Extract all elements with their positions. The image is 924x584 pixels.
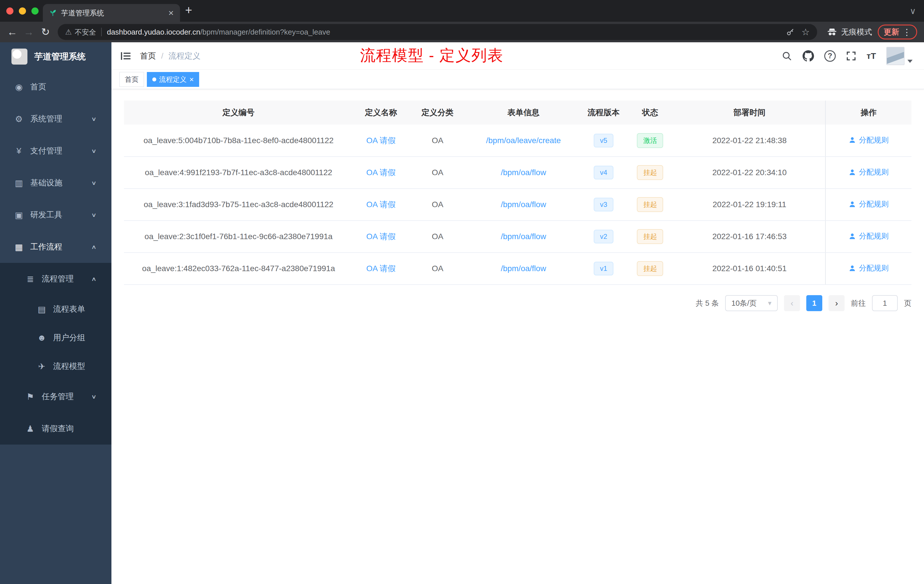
incognito-badge: 无痕模式 xyxy=(827,27,872,37)
back-button[interactable]: ← xyxy=(4,26,21,38)
window-close-button[interactable] xyxy=(6,7,13,15)
assign-rule-label: 分配规则 xyxy=(859,167,889,177)
column-header: 定义名称 xyxy=(353,101,409,125)
sidebar-item-devtools[interactable]: ▣ 研发工具 ∨ xyxy=(0,199,111,231)
definition-category: OA xyxy=(409,157,466,188)
sidebar: 芋道管理系统 ◉ 首页 ⚙ 系统管理 ∨ ¥ 支付管理 ∨ ▥ 基础设施 ∨ xyxy=(0,42,111,584)
search-icon[interactable] xyxy=(781,51,792,61)
chevron-down-icon: ∨ xyxy=(91,211,97,218)
browser-tab[interactable]: 芋道管理系统 × xyxy=(43,4,180,22)
sidebar-item-infrastructure[interactable]: ▥ 基础设施 ∨ xyxy=(0,167,111,199)
definition-name-link[interactable]: OA 请假 xyxy=(366,232,396,241)
assign-rule-link[interactable]: 分配规则 xyxy=(848,263,889,273)
page-number-button[interactable]: 1 xyxy=(806,295,822,311)
definition-id: oa_leave:2:3c1f0ef1-76b1-11ec-9c66-a2380… xyxy=(124,221,353,252)
bookmark-star-icon[interactable]: ☆ xyxy=(802,26,810,38)
assign-rule-link[interactable]: 分配规则 xyxy=(848,135,889,145)
assign-rule-link[interactable]: 分配规则 xyxy=(848,199,889,209)
dashboard-icon: ◉ xyxy=(13,82,25,92)
font-size-icon[interactable]: тT xyxy=(866,51,876,61)
incognito-icon xyxy=(827,27,837,37)
definition-name-link[interactable]: OA 请假 xyxy=(366,264,396,273)
definition-name-link[interactable]: OA 请假 xyxy=(366,200,396,209)
table-row: oa_leave:1:482ec033-762a-11ec-8477-a2380… xyxy=(124,252,911,285)
new-tab-button[interactable]: + xyxy=(185,4,192,16)
fullscreen-icon[interactable] xyxy=(846,51,856,61)
help-icon[interactable]: ? xyxy=(824,50,836,62)
app-window: 芋道管理系统 ◉ 首页 ⚙ 系统管理 ∨ ¥ 支付管理 ∨ ▥ 基础设施 ∨ xyxy=(0,42,924,584)
sidebar-item-leave-query[interactable]: ♟ 请假查询 xyxy=(0,412,111,445)
page-size-value: 10条/页 xyxy=(731,298,757,308)
tag-label: 首页 xyxy=(125,75,139,84)
breadcrumb-home[interactable]: 首页 xyxy=(140,51,156,61)
devtools-icon: ▣ xyxy=(13,210,25,220)
sidebar-item-task-management[interactable]: ⚑ 任务管理 ∨ xyxy=(0,381,111,412)
avatar-image[interactable] xyxy=(886,47,904,65)
column-header: 部署时间 xyxy=(674,101,825,125)
goto-page-input[interactable] xyxy=(872,295,898,311)
browser-menu-kebab-icon[interactable]: ⋮ xyxy=(903,27,911,37)
assign-rule-link[interactable]: 分配规则 xyxy=(848,167,889,177)
sidebar-item-home[interactable]: ◉ 首页 xyxy=(0,71,111,103)
prev-page-button[interactable]: ‹ xyxy=(784,295,800,311)
definition-id: oa_leave:4:991f2193-7b7f-11ec-a3c8-acde4… xyxy=(124,157,353,188)
window-minimize-button[interactable] xyxy=(19,7,26,15)
definition-name-link[interactable]: OA 请假 xyxy=(366,168,396,177)
forward-button[interactable]: → xyxy=(21,26,37,38)
sidebar-fold-icon[interactable] xyxy=(120,50,132,62)
github-icon[interactable] xyxy=(803,50,814,62)
tab-search-chevron-icon[interactable]: ∨ xyxy=(910,6,916,16)
table-row: oa_leave:3:1fad3d93-7b75-11ec-a3c8-acde4… xyxy=(124,188,911,221)
page-size-select[interactable]: 10条/页 ▾ xyxy=(725,295,778,311)
form-link[interactable]: /bpm/oa/leave/create xyxy=(486,136,561,145)
sidebar-item-label: 支付管理 xyxy=(30,145,62,156)
form-link[interactable]: /bpm/oa/flow xyxy=(501,232,546,241)
password-key-icon[interactable] xyxy=(786,28,795,36)
assign-rule-link[interactable]: 分配规则 xyxy=(848,231,889,241)
version-badge: v3 xyxy=(594,198,614,211)
security-label[interactable]: 不安全 xyxy=(74,27,96,37)
status-badge: 挂起 xyxy=(637,197,663,212)
form-icon: ▤ xyxy=(35,304,48,314)
tag-process-definition[interactable]: 流程定义 × xyxy=(147,72,199,87)
sidebar-item-process-management[interactable]: ≣ 流程管理 ∧ xyxy=(0,263,111,295)
tag-close-icon[interactable]: × xyxy=(190,76,194,83)
update-button[interactable]: 更新 ⋮ xyxy=(878,25,917,40)
tags-view-bar: 首页 流程定义 × xyxy=(111,70,924,89)
sidebar-item-label: 流程表单 xyxy=(53,304,85,315)
avatar-caret-icon xyxy=(908,60,912,63)
sidebar-item-workflow[interactable]: ▦ 工作流程 ∧ xyxy=(0,231,111,263)
sidebar-menu: ◉ 首页 ⚙ 系统管理 ∨ ¥ 支付管理 ∨ ▥ 基础设施 ∨ ▣ 研发工具 ∨ xyxy=(0,71,111,445)
logo-avatar xyxy=(12,49,27,64)
workflow-icon: ▦ xyxy=(13,242,25,252)
reload-button[interactable]: ↻ xyxy=(37,26,54,38)
process-list-icon: ≣ xyxy=(24,274,36,284)
form-link[interactable]: /bpm/oa/flow xyxy=(501,264,546,273)
workflow-submenu: ≣ 流程管理 ∧ ▤ 流程表单 ☻ 用户分组 ✈ 流程模型 ⚑ xyxy=(0,263,111,445)
window-controls[interactable] xyxy=(6,7,39,15)
tab-close-icon[interactable]: × xyxy=(168,8,174,17)
form-link[interactable]: /bpm/oa/flow xyxy=(501,168,546,177)
sidebar-item-process-model[interactable]: ✈ 流程模型 xyxy=(0,352,111,381)
url-text[interactable]: dashboard.yudao.iocoder.cn/bpm/manager/d… xyxy=(107,28,779,36)
sidebar-item-label: 流程管理 xyxy=(42,274,74,284)
assign-rule-label: 分配规则 xyxy=(859,231,889,241)
sidebar-item-system[interactable]: ⚙ 系统管理 ∨ xyxy=(0,103,111,135)
form-link[interactable]: /bpm/oa/flow xyxy=(501,200,546,209)
pagination: 共 5 条 10条/页 ▾ ‹ 1 › 前往 页 xyxy=(124,295,911,311)
user-avatar[interactable] xyxy=(886,47,912,65)
url-path: /bpm/manager/definition?key=oa_leave xyxy=(200,28,330,36)
version-badge: v4 xyxy=(594,166,614,180)
sidebar-item-payment[interactable]: ¥ 支付管理 ∨ xyxy=(0,135,111,167)
tag-home[interactable]: 首页 xyxy=(119,72,144,87)
next-page-button[interactable]: › xyxy=(828,295,845,311)
version-badge: v1 xyxy=(594,262,614,276)
window-zoom-button[interactable] xyxy=(31,7,39,15)
browser-toolbar: ← → ↻ ⚠ 不安全 dashboard.yudao.iocoder.cn/b… xyxy=(0,22,924,42)
column-header: 流程版本 xyxy=(581,101,626,125)
definition-name-link[interactable]: OA 请假 xyxy=(366,136,396,145)
url-bar[interactable]: ⚠ 不安全 dashboard.yudao.iocoder.cn/bpm/man… xyxy=(58,24,817,40)
sidebar-item-label: 流程模型 xyxy=(53,361,85,372)
sidebar-item-user-group[interactable]: ☻ 用户分组 xyxy=(0,323,111,352)
sidebar-item-process-form[interactable]: ▤ 流程表单 xyxy=(0,295,111,323)
